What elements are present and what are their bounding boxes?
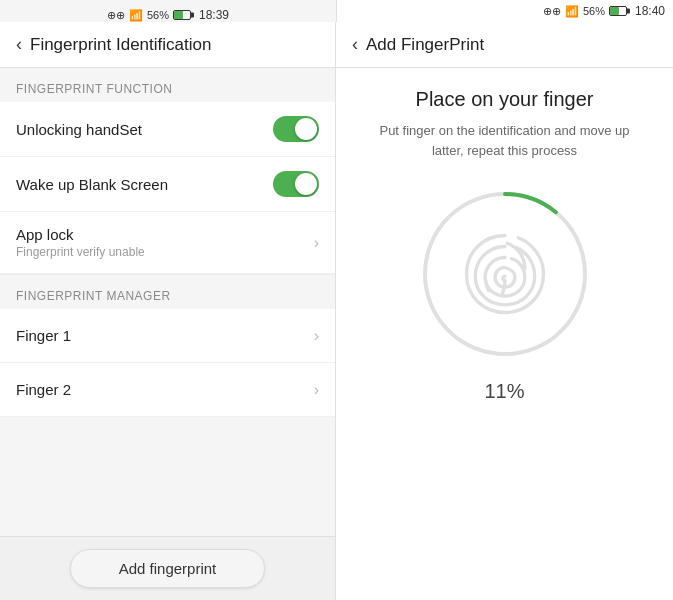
finger2-title: Finger 2 (16, 381, 314, 398)
right-wifi-icon: 📶 (565, 5, 579, 18)
list-item-wakeup: Wake up Blank Screen (0, 157, 335, 212)
instruction-text: Put finger on the identification and mov… (365, 121, 645, 160)
wakeup-title: Wake up Blank Screen (16, 176, 273, 193)
fingerprint-progress-circle (415, 184, 595, 364)
left-panel-title: Fingerprint Identification (30, 35, 211, 55)
finger2-text: Finger 2 (16, 381, 314, 398)
right-back-button[interactable]: ‹ (352, 34, 358, 55)
wakeup-toggle-knob (295, 173, 317, 195)
right-panel: fonearena ‹ Add FingerPrint Place on you… (336, 22, 673, 600)
signal-icon: ⊕⊕ (107, 9, 125, 22)
wakeup-text: Wake up Blank Screen (16, 176, 273, 193)
list-item-finger1[interactable]: Finger 1 › (0, 309, 335, 363)
bottom-area: Add fingerprint (0, 536, 335, 600)
unlock-toggle[interactable] (273, 116, 319, 142)
wakeup-toggle[interactable] (273, 171, 319, 197)
applock-subtitle: Fingerprint verify unable (16, 245, 314, 259)
finger2-chevron: › (314, 381, 319, 399)
right-panel-title: Add FingerPrint (366, 35, 484, 55)
unlock-text: Unlocking handSet (16, 121, 273, 138)
section2-label: FINGERPRINT MANAGER (0, 275, 335, 309)
left-panel: ‹ Fingerprint Identification FINGERPRINT… (0, 22, 336, 600)
finger1-chevron: › (314, 327, 319, 345)
section1-label: FINGERPRINT FUNCTION (0, 68, 335, 102)
left-status-bar: ⊕⊕ 📶 56% 18:39 (0, 0, 337, 22)
right-signal-icon: ⊕⊕ (543, 5, 561, 18)
status-bar-row: ⊕⊕ 📶 56% 18:39 ⊕⊕ 📶 56% 18:40 (0, 0, 673, 22)
place-title: Place on your finger (416, 88, 594, 111)
finger1-text: Finger 1 (16, 327, 314, 344)
right-battery-icon (609, 6, 627, 16)
unlock-toggle-knob (295, 118, 317, 140)
wifi-icon: 📶 (129, 9, 143, 22)
list-item-finger2[interactable]: Finger 2 › (0, 363, 335, 417)
left-time: 18:39 (199, 8, 229, 22)
left-back-button[interactable]: ‹ (16, 34, 22, 55)
right-panel-header: ‹ Add FingerPrint (336, 22, 673, 68)
left-status-icons: ⊕⊕ 📶 56% 18:39 (107, 8, 229, 22)
applock-title: App lock (16, 226, 314, 243)
left-battery-pct: 56% (147, 9, 169, 21)
applock-text: App lock Fingerprint verify unable (16, 226, 314, 259)
unlock-title: Unlocking handSet (16, 121, 273, 138)
right-battery-pct: 56% (583, 5, 605, 17)
right-time: 18:40 (635, 4, 665, 18)
progress-percent: 11% (484, 380, 524, 403)
right-status-bar: ⊕⊕ 📶 56% 18:40 (337, 0, 673, 22)
left-panel-header: ‹ Fingerprint Identification (0, 22, 335, 68)
right-panel-body: Place on your finger Put finger on the i… (336, 68, 673, 600)
left-battery-icon (173, 10, 191, 20)
list-item-unlock: Unlocking handSet (0, 102, 335, 157)
main-content: ‹ Fingerprint Identification FINGERPRINT… (0, 22, 673, 600)
add-fingerprint-button[interactable]: Add fingerprint (70, 549, 266, 588)
fingerprint-icon (450, 219, 560, 329)
list-item-applock[interactable]: App lock Fingerprint verify unable › (0, 212, 335, 274)
right-status-icons: ⊕⊕ 📶 56% 18:40 (543, 4, 665, 18)
applock-chevron: › (314, 234, 319, 252)
finger1-title: Finger 1 (16, 327, 314, 344)
